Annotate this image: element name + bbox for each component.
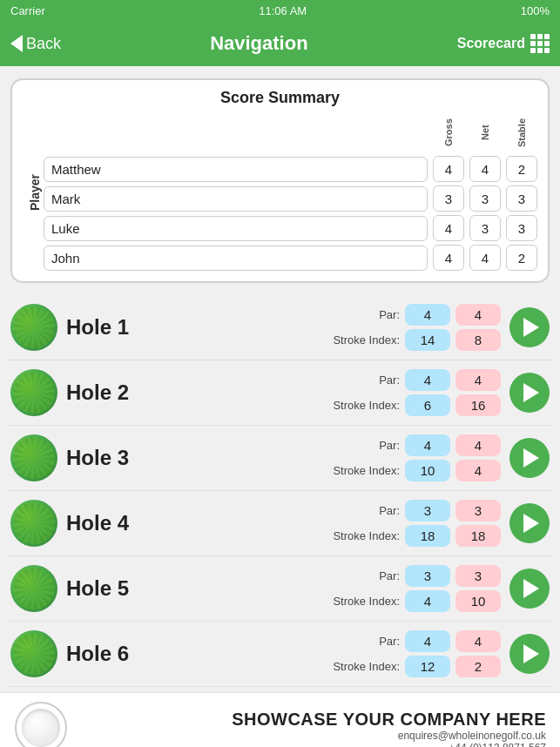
par-row-4: Par: 3 3 [138,500,501,522]
si-label-4: Stroke Index: [330,529,400,542]
score-row: 4 3 3 [44,215,537,241]
hole-row: Hole 3 Par: 4 4 Stroke Index: 10 4 [7,426,553,491]
chevron-left-icon [10,35,23,52]
par-pink-4: 3 [455,500,501,522]
si-row-3: Stroke Index: 10 4 [138,460,501,481]
play-button-4[interactable] [509,503,550,543]
par-row-3: Par: 4 4 [138,434,501,456]
hole-title-6: Hole 6 [66,642,129,666]
si-label-5: Stroke Index: [330,595,400,608]
grid-icon [530,34,550,53]
stable-val: 2 [506,245,537,271]
footer-banner: WHOLE IN 1 GOLF SHOWCASE YOUR COMPANY HE… [0,692,560,747]
par-blue-3: 4 [405,434,450,456]
score-summary-title: Score Summary [23,89,537,107]
si-blue-1: 14 [405,329,450,351]
si-pink-6: 2 [455,656,501,677]
si-label-2: Stroke Index: [330,399,400,412]
si-row-1: Stroke Index: 14 8 [138,329,501,351]
hole-details-6: Par: 4 4 Stroke Index: 12 2 [138,630,501,677]
par-label-5: Par: [330,569,400,582]
play-icon-5 [523,579,539,598]
si-pink-3: 4 [455,460,501,481]
si-pink-5: 10 [455,590,501,612]
gross-val: 3 [433,185,464,212]
par-label-6: Par: [330,635,400,648]
footer-phone: +44 (0)113 8871 567 [78,742,546,747]
si-row-4: Stroke Index: 18 18 [138,525,501,547]
par-row-2: Par: 4 4 [138,369,501,391]
holes-section: Hole 1 Par: 4 4 Stroke Index: 14 8 Hole … [0,295,560,687]
par-label-4: Par: [330,504,400,517]
hole-details-1: Par: 4 4 Stroke Index: 14 8 [138,304,501,351]
play-icon-6 [523,644,539,663]
golf-ball-icon-5 [10,565,57,612]
gross-val: 4 [433,245,464,271]
footer-email: enquires@wholeinonegolf.co.uk [78,730,546,742]
score-row: 4 4 2 [44,245,537,271]
play-button-3[interactable] [509,438,550,478]
hole-details-5: Par: 3 3 Stroke Index: 4 10 [138,565,501,612]
hole-details-2: Par: 4 4 Stroke Index: 6 16 [138,369,501,416]
footer-logo [15,702,67,747]
scorecard-button[interactable]: Scorecard [457,34,550,53]
stable-val: 3 [506,185,537,212]
par-row-6: Par: 4 4 [138,630,501,652]
net-val: 3 [469,185,501,212]
par-blue-6: 4 [405,630,450,652]
battery-label: 100% [521,4,550,17]
back-label: Back [26,35,61,53]
hole-row: Hole 4 Par: 3 3 Stroke Index: 18 18 [7,491,553,556]
score-row: 4 4 2 [44,156,537,182]
play-button-6[interactable] [509,634,550,674]
golf-ball-icon-6 [10,630,57,677]
par-pink-6: 4 [455,630,501,652]
golf-ball-icon-3 [10,434,57,481]
play-button-2[interactable] [509,373,550,413]
hole-title-4: Hole 4 [66,511,129,535]
si-label-3: Stroke Index: [330,464,400,477]
score-row: 3 3 3 [44,185,537,212]
par-label-3: Par: [330,439,400,452]
footer-text: SHOWCASE YOUR COMPANY HERE enquires@whol… [78,710,546,747]
hole-info-1: Hole 1 [66,315,129,340]
play-icon-2 [523,383,539,402]
si-pink-1: 8 [455,329,501,351]
player-name-input[interactable] [44,157,428,182]
hole-title-2: Hole 2 [66,380,129,405]
hole-title-3: Hole 3 [66,446,129,470]
par-row-1: Par: 4 4 [138,304,501,326]
player-name-input[interactable] [44,186,428,212]
par-blue-4: 3 [405,500,450,522]
footer-showcase-text: SHOWCASE YOUR COMPANY HERE [78,710,546,730]
gross-header: Gross [433,114,464,151]
play-button-1[interactable] [509,307,550,347]
si-blue-2: 6 [405,394,450,416]
stable-val: 3 [506,215,537,241]
net-header: Net [469,114,501,151]
net-val: 4 [469,245,501,271]
golf-ball-icon-1 [10,304,57,351]
hole-title-5: Hole 5 [66,576,129,601]
hole-info-2: Hole 2 [66,380,129,405]
si-blue-5: 4 [405,590,450,612]
si-blue-4: 18 [405,525,450,547]
par-label-1: Par: [330,308,400,321]
si-label-1: Stroke Index: [330,333,400,347]
play-icon-3 [523,448,539,468]
play-button-5[interactable] [509,569,550,609]
hole-details-3: Par: 4 4 Stroke Index: 10 4 [138,434,501,481]
hole-row: Hole 5 Par: 3 3 Stroke Index: 4 10 [7,556,553,622]
nav-title: Navigation [210,32,307,55]
player-name-input[interactable] [44,246,428,271]
hole-title-1: Hole 1 [66,315,129,340]
player-name-input[interactable] [44,216,428,241]
par-row-5: Par: 3 3 [138,565,501,587]
hole-info-5: Hole 5 [66,576,129,601]
par-pink-1: 4 [455,304,501,326]
play-icon-1 [523,318,539,337]
back-button[interactable]: Back [10,35,61,53]
hole-row: Hole 1 Par: 4 4 Stroke Index: 14 8 [7,295,553,360]
par-blue-1: 4 [405,304,450,326]
status-bar: Carrier 11:06 AM 100% [0,0,560,21]
